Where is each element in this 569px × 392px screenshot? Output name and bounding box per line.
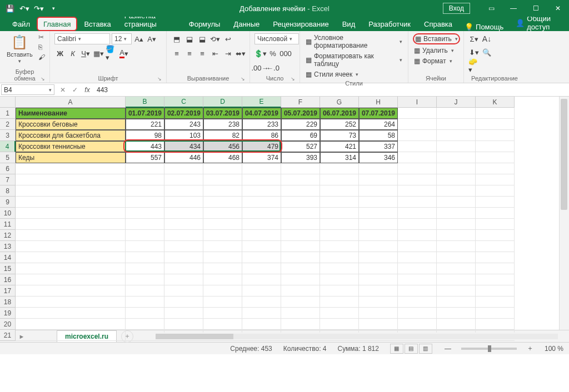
cell[interactable] [281,197,320,208]
cell[interactable] [437,197,476,208]
autosum-icon[interactable]: Σ▾ [468,33,480,44]
cell-styles-button[interactable]: ▦Стили ячеек▾ [305,70,360,79]
cell[interactable] [281,296,320,308]
row-header[interactable]: 5 [0,152,16,163]
cell[interactable]: 446 [164,152,203,163]
column-header[interactable]: D [203,97,242,108]
cell[interactable] [398,174,437,185]
cell[interactable] [437,141,476,152]
cell[interactable] [164,274,203,285]
column-header[interactable]: E [242,97,281,108]
tab-file[interactable]: Файл [6,17,37,31]
cell[interactable]: 04.07.2019 [242,108,281,119]
cell[interactable] [437,252,476,263]
row-header[interactable]: 16 [0,274,16,285]
view-page-layout-icon[interactable]: ▤ [405,344,418,354]
tab-data[interactable]: Данные [227,17,266,31]
cell[interactable] [242,197,281,208]
vertical-scrollbar[interactable] [559,97,569,330]
cancel-icon[interactable]: ✕ [57,83,69,96]
cell[interactable] [476,274,515,285]
cell[interactable]: 393 [281,152,320,163]
tab-insert[interactable]: Вставка [77,17,117,31]
font-size-combo[interactable]: 12▾ [112,33,132,44]
cell[interactable]: 69 [281,130,320,141]
cell[interactable]: 456 [203,141,242,152]
align-right-icon[interactable]: ≡ [197,48,208,59]
cell[interactable]: 264 [359,119,398,130]
view-page-break-icon[interactable]: ▥ [419,344,432,354]
cell[interactable] [281,308,320,319]
find-icon[interactable]: 🔍 [481,47,492,58]
cell[interactable] [242,252,281,263]
cell[interactable] [126,308,164,319]
cell[interactable] [398,119,437,130]
row-header[interactable]: 12 [0,230,16,241]
cell[interactable] [398,185,437,197]
bold-button[interactable]: Ж [54,48,66,59]
cell[interactable] [398,319,437,330]
cell[interactable]: 103 [164,130,203,141]
insert-cells-button[interactable]: ▦Вставить▾ [413,33,460,44]
cell[interactable] [359,263,398,274]
cell[interactable] [203,163,242,174]
format-as-table-button[interactable]: ▦Форматировать как таблицу▾ [305,52,403,68]
orientation-icon[interactable]: ⟲▾ [209,33,221,44]
currency-icon[interactable]: 💲▾ [254,48,266,59]
cell[interactable] [398,108,437,119]
cell[interactable] [16,330,126,341]
cell[interactable] [398,230,437,241]
align-middle-icon[interactable]: ⬓ [184,33,195,44]
cell[interactable]: 337 [359,141,398,152]
cell[interactable] [242,163,281,174]
cell[interactable] [164,285,203,296]
cell[interactable] [398,296,437,308]
cell[interactable] [242,208,281,219]
cell[interactable] [203,208,242,219]
cell[interactable] [203,252,242,263]
cell[interactable] [398,152,437,163]
cell[interactable] [359,319,398,330]
cell[interactable] [16,319,126,330]
cell[interactable] [16,230,126,241]
cell[interactable] [398,197,437,208]
paste-button[interactable]: 📋 Вставить ▼ [4,33,35,65]
column-header[interactable]: J [437,97,476,108]
decrease-indent-icon[interactable]: ⇤ [209,48,221,59]
cell[interactable] [320,219,359,230]
fill-color-icon[interactable]: 🪣▾ [106,48,117,59]
cell[interactable] [242,308,281,319]
undo-icon[interactable]: ↶▾ [20,4,29,13]
cell[interactable] [320,197,359,208]
cell[interactable] [359,252,398,263]
row-header[interactable]: 6 [0,163,16,174]
name-box[interactable]: B4▾ [1,84,54,95]
cell[interactable]: 479 [242,141,281,152]
cell[interactable] [437,263,476,274]
cell[interactable] [359,274,398,285]
cell[interactable] [242,174,281,185]
select-all-corner[interactable] [0,97,16,108]
cell[interactable] [203,219,242,230]
percent-icon[interactable]: % [267,48,278,59]
format-cells-button[interactable]: ▦Формат▾ [413,57,453,66]
cell[interactable] [16,163,126,174]
cell[interactable] [281,163,320,174]
cell[interactable]: 314 [320,152,359,163]
cell[interactable] [126,285,164,296]
underline-button[interactable]: Ч▾ [80,48,91,59]
cell[interactable] [437,208,476,219]
cell[interactable]: 73 [320,130,359,141]
cell[interactable] [476,141,515,152]
cell[interactable] [281,241,320,252]
conditional-formatting-button[interactable]: ▦Условное форматирование▾ [305,33,403,50]
cell[interactable] [242,263,281,274]
row-header[interactable]: 14 [0,252,16,263]
cell[interactable] [242,274,281,285]
merge-icon[interactable]: ⬌▾ [235,48,246,59]
row-header[interactable]: 11 [0,219,16,230]
zoom-slider[interactable] [461,348,517,350]
cell[interactable] [476,230,515,241]
cell[interactable] [281,208,320,219]
redo-icon[interactable]: ↷▾ [34,4,43,13]
